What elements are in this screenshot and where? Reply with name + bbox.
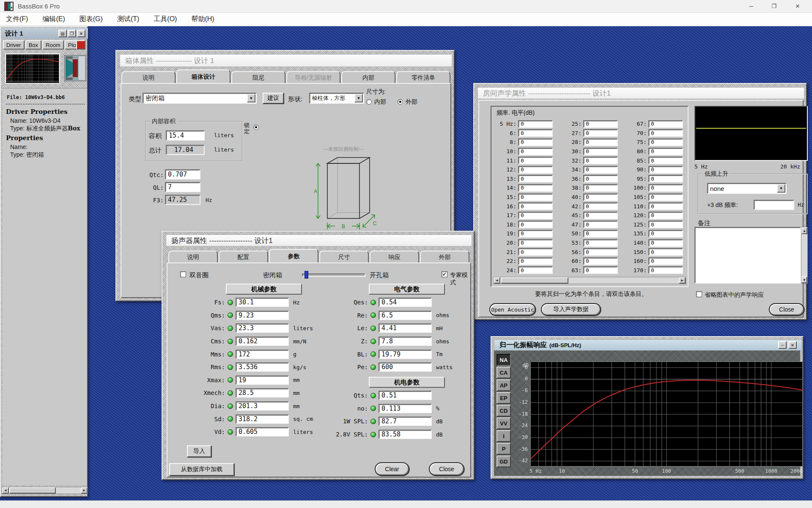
plot-mode-button[interactable]: GD: [497, 456, 511, 467]
dim-external-radio[interactable]: [398, 99, 403, 105]
dialog-tab[interactable]: 配置: [219, 251, 268, 262]
freq-level-input[interactable]: 0: [518, 148, 553, 155]
freq-level-input[interactable]: 0: [583, 257, 618, 265]
plot-mode-button[interactable]: NA: [497, 354, 511, 366]
menu-item[interactable]: 测试(T): [117, 15, 139, 24]
plot-mode-button[interactable]: AP: [497, 379, 511, 391]
dialog-tab[interactable]: 说明: [168, 251, 218, 262]
scroll-down-icon[interactable]: ▼: [801, 276, 807, 283]
freq-level-input[interactable]: 0: [518, 221, 553, 228]
menu-item[interactable]: 文件(F): [6, 15, 28, 24]
plot-mode-button[interactable]: I: [497, 430, 511, 442]
plot-mode-button[interactable]: CA: [497, 367, 511, 378]
param-input[interactable]: 0.113: [379, 404, 432, 413]
freq-level-input[interactable]: 0: [583, 230, 618, 237]
minimize-icon[interactable]: ─: [778, 341, 787, 349]
freq-level-input[interactable]: 0: [583, 221, 618, 228]
freq-level-input[interactable]: 0: [583, 148, 618, 155]
load-from-database-button[interactable]: 从数据库中加载: [169, 463, 234, 476]
dialog-tab[interactable]: 响应: [370, 251, 419, 262]
save-icon[interactable]: ▤: [58, 30, 67, 37]
freq-level-input[interactable]: 0: [648, 193, 683, 201]
dialog-tab[interactable]: 尺寸: [319, 251, 369, 262]
clear-button[interactable]: Clear: [375, 462, 409, 476]
slider-thumb[interactable]: [304, 271, 308, 279]
freq-level-input[interactable]: 0: [648, 257, 683, 265]
box-type-select[interactable]: 密闭箱 ▼: [143, 93, 257, 104]
plot-mode-button[interactable]: VV: [497, 417, 511, 429]
notes-scrollbar[interactable]: ▲ ▼: [801, 227, 808, 284]
close-button[interactable]: Close: [429, 462, 464, 476]
chevron-down-icon[interactable]: ▼: [354, 94, 363, 102]
freq-level-input[interactable]: 0: [518, 157, 553, 164]
close-button[interactable]: ✕: [787, 0, 808, 12]
dialog-tab[interactable]: 内部: [341, 71, 395, 83]
volume-input[interactable]: 15.4: [166, 130, 205, 141]
lock-radio[interactable]: [253, 124, 259, 130]
dialog-tab[interactable]: 外部: [420, 251, 469, 262]
chevron-down-icon[interactable]: ▼: [777, 184, 785, 193]
low-freq-select[interactable]: none ▼: [707, 183, 787, 194]
freq-level-input[interactable]: 0: [648, 148, 683, 155]
freq-level-input[interactable]: 0: [583, 138, 618, 146]
close-icon[interactable]: ✕: [77, 30, 85, 37]
freq-level-input[interactable]: 0: [648, 266, 683, 274]
freq-level-input[interactable]: 0: [518, 239, 553, 247]
param-input[interactable]: 0.54: [379, 298, 432, 307]
freq-level-input[interactable]: 0: [583, 175, 618, 182]
scrollbar-thumb[interactable]: [501, 277, 568, 284]
dual-coil-checkbox[interactable]: [180, 271, 186, 277]
param-input[interactable]: 23.3: [236, 323, 289, 333]
freq-level-input[interactable]: 0: [583, 184, 618, 192]
plus3db-input[interactable]: [754, 200, 794, 210]
qtc-input[interactable]: 0.707: [165, 169, 200, 179]
freq-level-input[interactable]: 0: [518, 120, 553, 128]
freq-level-input[interactable]: 0: [518, 257, 553, 265]
scrollbar-thumb[interactable]: [9, 487, 56, 494]
menu-item[interactable]: 帮助(H): [191, 15, 214, 24]
freq-level-input[interactable]: 0: [648, 175, 683, 182]
scroll-right-icon[interactable]: ►: [81, 487, 88, 494]
ql-input[interactable]: 7: [165, 182, 200, 192]
menu-item[interactable]: 图表(G): [80, 15, 103, 24]
dialog-tab[interactable]: 零件清单: [396, 71, 450, 83]
freq-level-input[interactable]: 0: [648, 212, 683, 219]
close-button[interactable]: Close: [769, 303, 804, 316]
param-input[interactable]: 318.2: [236, 414, 289, 424]
freq-level-input[interactable]: 0: [518, 175, 553, 182]
speaker-thumbnail-icon[interactable]: [64, 55, 86, 81]
dialog-titlebar[interactable]: 房间声学属性 -------------------------- 设计1: [477, 87, 804, 99]
freq-level-input[interactable]: 0: [648, 248, 683, 256]
freq-level-input[interactable]: 0: [583, 202, 618, 210]
table-horizontal-scrollbar[interactable]: ◄ ►: [493, 277, 686, 284]
menu-item[interactable]: 编辑(E): [42, 15, 65, 24]
plot-window-titlebar[interactable]: 归一化振幅响应 (dB-SPL/Hz): [494, 340, 802, 351]
param-input[interactable]: 19: [236, 375, 289, 385]
freq-level-input[interactable]: 0: [648, 129, 683, 137]
dim-internal-radio[interactable]: [366, 99, 372, 105]
freq-level-input[interactable]: 0: [518, 202, 553, 210]
plot-mode-button[interactable]: EP: [497, 392, 511, 404]
freq-level-input[interactable]: 0: [518, 212, 553, 219]
param-input[interactable]: 0.51: [379, 391, 432, 400]
freq-level-input[interactable]: 0: [648, 157, 683, 164]
scroll-right-icon[interactable]: ►: [679, 277, 686, 284]
param-input[interactable]: 3.536: [236, 362, 289, 372]
param-input[interactable]: 82.7: [379, 417, 432, 426]
close-icon[interactable]: ✕: [788, 341, 797, 349]
freq-level-input[interactable]: 0: [583, 266, 618, 274]
shape-select[interactable]: 棱柱体，方形 ▼: [309, 93, 364, 104]
freq-level-input[interactable]: 0: [648, 138, 683, 146]
scroll-left-icon[interactable]: ◄: [494, 277, 500, 284]
plot-mode-button[interactable]: CD: [497, 405, 511, 417]
freq-level-input[interactable]: 0: [583, 193, 618, 201]
freq-level-input[interactable]: 0: [583, 166, 618, 174]
freq-level-input[interactable]: 0: [583, 157, 618, 164]
dialog-tab[interactable]: 说明: [121, 71, 176, 83]
dialog-tab[interactable]: 参数: [269, 249, 318, 262]
response-thumbnail[interactable]: [5, 53, 60, 84]
freq-level-input[interactable]: 0: [583, 212, 618, 219]
open-acoustic-button[interactable]: Open Acoustic: [489, 303, 536, 316]
design-panel-tab[interactable]: Room: [42, 40, 64, 50]
freq-level-input[interactable]: 0: [518, 248, 553, 256]
